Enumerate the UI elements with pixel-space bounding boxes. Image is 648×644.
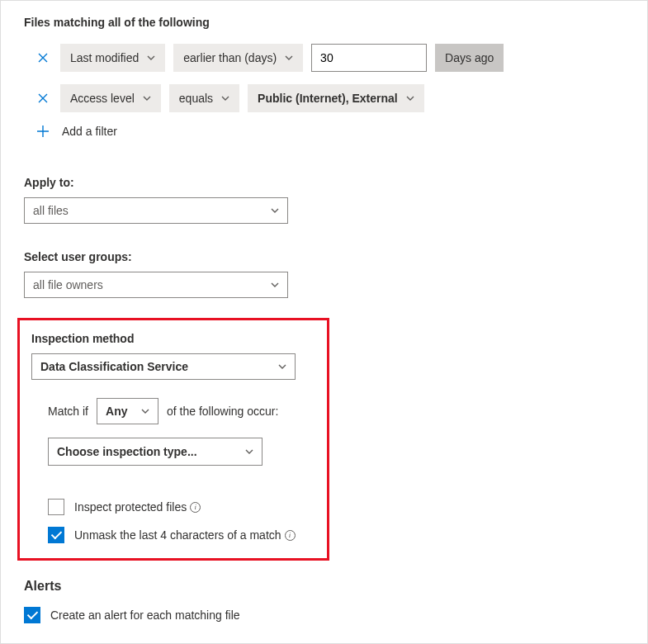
- filter-value-select[interactable]: Public (Internet), External: [248, 84, 424, 112]
- filter-row: Last modified earlier than (days) Days a…: [24, 44, 624, 72]
- inspect-protected-label: Inspect protected files i: [74, 500, 201, 514]
- user-groups-select[interactable]: all file owners: [24, 272, 288, 298]
- create-alert-checkbox[interactable]: [24, 607, 40, 623]
- inspect-protected-checkbox[interactable]: [48, 499, 64, 515]
- chevron-down-icon: [245, 449, 253, 454]
- chevron-down-icon: [278, 364, 286, 369]
- add-filter-button[interactable]: Add a filter: [24, 125, 624, 138]
- match-if-label: Match if: [48, 405, 88, 418]
- plus-icon: [34, 125, 52, 137]
- info-icon[interactable]: i: [190, 502, 201, 513]
- add-filter-label: Add a filter: [62, 125, 117, 138]
- inspection-type-select[interactable]: Choose inspection type...: [48, 438, 263, 466]
- inspection-method-heading: Inspection method: [31, 332, 315, 345]
- match-suffix-label: of the following occur:: [167, 405, 278, 418]
- chevron-down-icon: [285, 55, 293, 60]
- apply-to-select[interactable]: all files: [24, 197, 288, 224]
- filter-field-select[interactable]: Last modified: [60, 44, 165, 72]
- filter-value-unit: Days ago: [435, 44, 504, 72]
- chevron-down-icon: [271, 282, 279, 287]
- chevron-down-icon: [141, 409, 149, 414]
- remove-filter-button[interactable]: [34, 89, 52, 107]
- match-mode-select[interactable]: Any: [97, 398, 158, 424]
- chevron-down-icon: [221, 96, 229, 101]
- filter-field-select[interactable]: Access level: [60, 84, 161, 112]
- unmask-label: Unmask the last 4 characters of a match …: [74, 528, 296, 542]
- unmask-checkbox[interactable]: [48, 527, 64, 543]
- chevron-down-icon: [271, 208, 279, 213]
- filters-heading: Files matching all of the following: [24, 16, 624, 29]
- filter-row: Access level equals Public (Internet), E…: [24, 84, 624, 112]
- chevron-down-icon: [406, 96, 414, 101]
- remove-filter-button[interactable]: [34, 49, 52, 67]
- info-icon[interactable]: i: [285, 530, 296, 541]
- inspection-method-section: Inspection method Data Classification Se…: [17, 318, 329, 561]
- chevron-down-icon: [147, 55, 155, 60]
- create-alert-label: Create an alert for each matching file: [50, 608, 240, 622]
- chevron-down-icon: [143, 96, 151, 101]
- filter-operator-select[interactable]: equals: [169, 84, 239, 112]
- inspection-method-select[interactable]: Data Classification Service: [31, 353, 296, 380]
- user-groups-label: Select user groups:: [24, 250, 624, 263]
- alerts-heading: Alerts: [24, 579, 624, 594]
- apply-to-label: Apply to:: [24, 176, 624, 189]
- filter-operator-select[interactable]: earlier than (days): [173, 44, 303, 72]
- filter-value-input[interactable]: [311, 44, 427, 72]
